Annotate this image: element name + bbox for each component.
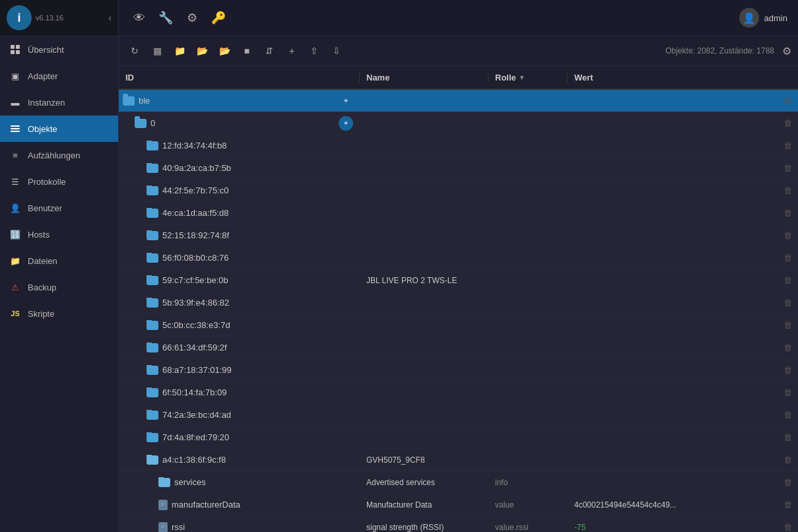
- upload-button[interactable]: ⇧: [305, 42, 323, 60]
- table-row[interactable]: 5b:93:9f:e4:86:82 🗑: [119, 292, 798, 314]
- table-row[interactable]: 66:61:34:df:59:2f 🗑: [119, 337, 798, 359]
- table-row[interactable]: 4e:ca:1d:aa:f5:d8 🗑: [119, 202, 798, 224]
- delete-button[interactable]: 🗑: [777, 141, 798, 150]
- delete-button[interactable]: 🗑: [777, 230, 798, 240]
- table-row[interactable]: 6f:50:14:fa:7b:09 🗑: [119, 382, 798, 404]
- delete-button[interactable]: 🗑: [777, 455, 798, 465]
- sidebar-item-dateien[interactable]: 📁 Dateien: [0, 248, 118, 274]
- table-row[interactable]: 74:2a:3e:bc:d4:ad 🗑: [119, 404, 798, 426]
- delete-button[interactable]: 🗑: [777, 275, 798, 285]
- delete-button[interactable]: 🗑: [777, 410, 798, 420]
- sidebar-item-instanzen[interactable]: ▬ Instanzen: [0, 89, 118, 116]
- collapse-button[interactable]: ‹: [108, 13, 112, 23]
- delete-button[interactable]: 🗑: [777, 365, 798, 375]
- key-icon[interactable]: 🔑: [209, 8, 228, 28]
- version-text: v6.13.16: [36, 14, 63, 22]
- sidebar-item-adapter[interactable]: ▣ Adapter: [0, 63, 118, 89]
- sidebar-item-skripte[interactable]: JS Skripte: [0, 300, 118, 327]
- folder-special-button[interactable]: 📂: [215, 42, 234, 60]
- delete-button[interactable]: 🗑: [777, 500, 798, 510]
- delete-button[interactable]: 🗑: [777, 387, 798, 397]
- sidebar-item-aufzaehlungen[interactable]: ≡ Aufzählungen: [0, 142, 118, 168]
- add-button[interactable]: +: [283, 42, 301, 60]
- sidebar-item-objekte[interactable]: Objekte: [0, 116, 118, 142]
- delete-button[interactable]: 🗑: [777, 298, 798, 308]
- settings-button[interactable]: ⚙: [782, 45, 791, 57]
- table-row[interactable]: rssi signal strength (RSSI) value.rssi -…: [119, 516, 798, 532]
- delete-button[interactable]: 🗑: [777, 343, 798, 352]
- objects-status: Objekte: 2082, Zustände: 1788: [665, 46, 774, 55]
- table-row[interactable]: 5c:0b:cc:38:e3:7d 🗑: [119, 314, 798, 337]
- sidebar-item-protokolle[interactable]: ☰ Protokolle: [0, 168, 118, 195]
- wrench-icon[interactable]: 🔧: [156, 8, 176, 28]
- sidebar-item-benutzer[interactable]: 👤 Benutzer: [0, 195, 118, 221]
- delete-button[interactable]: 🗑: [777, 253, 798, 263]
- folder-icon: [147, 253, 158, 263]
- delete-button[interactable]: 🗑: [777, 320, 798, 330]
- folder-icon: [123, 96, 135, 106]
- sort-arrow-icon: ▼: [519, 74, 525, 81]
- cell-name: signal strength (RSSI): [360, 523, 488, 532]
- app-logo: i: [7, 5, 32, 30]
- sidebar-label-aufzaehlungen: Aufzählungen: [28, 150, 81, 160]
- cell-name: GVH5075_9CF8: [360, 455, 488, 465]
- table-row[interactable]: 52:15:18:92:74:8f 🗑: [119, 224, 798, 247]
- delete-button[interactable]: 🗑: [777, 96, 798, 106]
- table-row[interactable]: services Advertised services info 🗑: [119, 471, 798, 494]
- table-row[interactable]: 59:c7:cf:5e:be:0b JBL LIVE PRO 2 TWS-LE …: [119, 269, 798, 292]
- cell-id: 52:15:18:92:74:8f: [119, 230, 360, 240]
- cell-id: 74:2a:3e:bc:d4:ad: [119, 410, 360, 420]
- sidebar-label-hosts: Hosts: [28, 230, 50, 240]
- folder-icon: [147, 411, 158, 420]
- table-row[interactable]: 7d:4a:8f:ed:79:20 🗑: [119, 426, 798, 449]
- folder-icon: [147, 366, 158, 375]
- cell-id: 4e:ca:1d:aa:f5:d8: [119, 208, 360, 218]
- delete-button[interactable]: 🗑: [777, 522, 798, 532]
- cell-id: 0 ⌖: [119, 116, 360, 131]
- delete-button[interactable]: 🗑: [777, 118, 798, 128]
- table-row[interactable]: manufacturerData Manufacturer Data value…: [119, 494, 798, 516]
- delete-button[interactable]: 🗑: [777, 432, 798, 442]
- sidebar-label-benutzer: Benutzer: [28, 203, 62, 213]
- download-button[interactable]: ⇩: [327, 42, 346, 60]
- gear-icon[interactable]: ⚙: [182, 8, 202, 28]
- folder-open-button[interactable]: 📂: [193, 42, 211, 60]
- filter-button[interactable]: ⇵: [260, 42, 279, 60]
- folder-button[interactable]: 📁: [170, 42, 189, 60]
- folder-icon: [147, 209, 158, 218]
- delete-button[interactable]: 🗑: [777, 163, 798, 173]
- table-row[interactable]: 44:2f:5e:7b:75:c0 🗑: [119, 180, 798, 202]
- table-row[interactable]: ble ⌖ 🗑: [119, 90, 798, 112]
- sidebar-item-backup[interactable]: ⚠ Backup: [0, 274, 118, 300]
- folder-icon: [147, 276, 158, 285]
- folder-icon: [147, 141, 158, 150]
- table-row[interactable]: 40:9a:2a:ca:b7:5b 🗑: [119, 157, 798, 180]
- th-rolle: Rolle ▼: [488, 73, 568, 83]
- delete-button[interactable]: 🗑: [777, 185, 798, 195]
- sidebar-header: i v6.13.16 ‹: [0, 0, 118, 36]
- sidebar: i v6.13.16 ‹ Übersicht ▣ Adapter ▬ Insta…: [0, 0, 119, 532]
- eye-icon[interactable]: 👁: [129, 8, 149, 28]
- sidebar-item-hosts[interactable]: 🔢 Hosts: [0, 221, 118, 248]
- grid-view-button[interactable]: ▦: [148, 42, 166, 60]
- number-button[interactable]: ■: [238, 42, 256, 60]
- delete-button[interactable]: 🗑: [777, 477, 798, 487]
- user-area: 👤 admin: [739, 8, 787, 28]
- server-icon: 🔢: [9, 228, 21, 240]
- svg-rect-0: [160, 501, 166, 509]
- folder-icon: [147, 343, 158, 352]
- table-row[interactable]: 56:f0:08:b0:c8:76 🗑: [119, 247, 798, 269]
- table-row[interactable]: 12:fd:34:74:4f:b8 🗑: [119, 135, 798, 157]
- sidebar-label-dateien: Dateien: [28, 256, 57, 266]
- delete-button[interactable]: 🗑: [777, 208, 798, 218]
- folder-icon: [147, 186, 158, 195]
- sidebar-label-objekte: Objekte: [28, 124, 57, 134]
- cell-name: Manufacturer Data: [360, 500, 488, 510]
- table-row[interactable]: 68:a7:18:37:01:99 🗑: [119, 359, 798, 382]
- table-row[interactable]: 0 ⌖ 🗑: [119, 112, 798, 135]
- sidebar-item-uebersicht[interactable]: Übersicht: [0, 36, 118, 63]
- cell-id: 12:fd:34:74:4f:b8: [119, 141, 360, 150]
- cell-id: 7d:4a:8f:ed:79:20: [119, 432, 360, 442]
- table-row[interactable]: a4:c1:38:6f:9c:f8 GVH5075_9CF8 🗑: [119, 449, 798, 471]
- refresh-button[interactable]: ↻: [125, 42, 144, 60]
